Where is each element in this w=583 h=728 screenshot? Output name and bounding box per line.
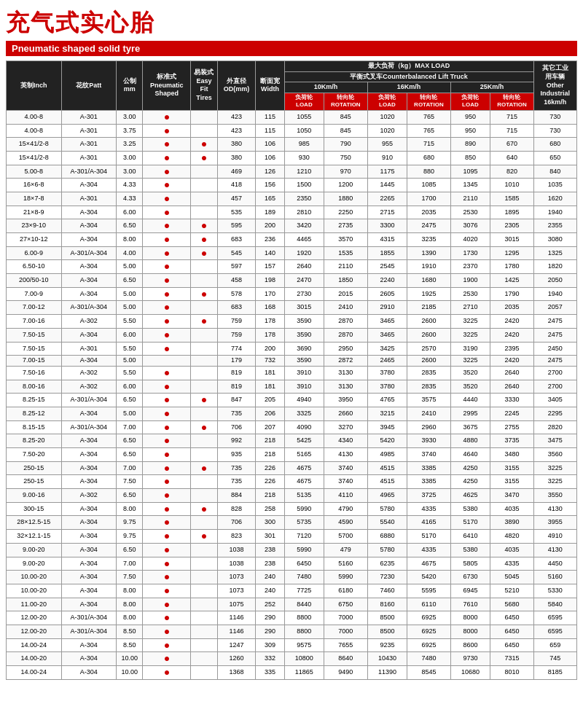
cell-pneumatic: ● xyxy=(143,434,191,448)
cell-load3: 1900 xyxy=(450,274,490,288)
cell-od: 1146 xyxy=(217,625,256,638)
cell-inch: 4.00-8 xyxy=(7,124,62,138)
cell-load3: 4625 xyxy=(450,489,490,503)
cell-rot1: 2870 xyxy=(324,328,367,342)
cell-mm: 9.75 xyxy=(117,516,143,530)
table-row: 14.00-24A-30410.00●136833511865949011390… xyxy=(7,666,577,680)
dot-icon: ● xyxy=(164,503,170,514)
cell-load2: 3215 xyxy=(367,407,407,420)
cell-easy: ● xyxy=(191,461,217,475)
cell-load1: 2350 xyxy=(284,192,324,206)
cell-pneumatic: ● xyxy=(143,219,191,233)
table-body: 4.00-8A-3013.00●423115105584510207659507… xyxy=(7,110,577,679)
cell-width: 140 xyxy=(256,246,284,260)
cell-inch: 8.25-20 xyxy=(7,434,62,448)
dot-icon: ● xyxy=(164,489,170,501)
cell-patt: A-301 xyxy=(61,110,117,124)
dot-icon: ● xyxy=(164,571,170,582)
cell-load3: 890 xyxy=(450,138,490,152)
dot-icon: ● xyxy=(164,329,170,340)
cell-rot1: 7655 xyxy=(324,638,367,652)
cell-other: 2820 xyxy=(533,420,576,434)
cell-rot2: 1925 xyxy=(407,287,450,301)
cell-mm: 9.75 xyxy=(117,530,143,544)
cell-rot2: 4165 xyxy=(407,516,450,530)
cell-easy: ● xyxy=(191,315,217,329)
dot-icon: ● xyxy=(164,584,170,596)
cell-easy: ● xyxy=(191,246,217,260)
cell-load3: 2530 xyxy=(450,206,490,219)
cell-pneumatic: ● xyxy=(143,489,191,503)
cell-width: 178 xyxy=(256,328,284,342)
table-row: 250-15A-3047.50●735226467537404515338542… xyxy=(7,475,577,489)
cell-od: 759 xyxy=(217,328,256,342)
cell-rot1: 5700 xyxy=(324,530,367,544)
cell-load3: 4880 xyxy=(450,434,490,448)
cell-other: 1035 xyxy=(533,179,576,192)
cell-other: 1620 xyxy=(533,192,576,206)
cell-od: 469 xyxy=(217,165,256,179)
cell-easy xyxy=(191,611,217,625)
cell-pneumatic: ● xyxy=(143,598,191,611)
table-row: 10.00-20A-3048.00●1073240772561807460559… xyxy=(7,584,577,598)
header-width: 断面宽Width xyxy=(256,61,284,111)
cell-easy: ● xyxy=(191,502,217,516)
cell-load1: 4465 xyxy=(284,233,324,247)
cell-inch: 21×8-9 xyxy=(7,206,62,219)
cell-easy: ● xyxy=(191,219,217,233)
cell-load3: 3225 xyxy=(450,356,490,367)
dot-icon: ● xyxy=(164,138,170,149)
dot-icon: ● xyxy=(164,666,170,678)
cell-easy xyxy=(191,475,217,489)
dot-icon: ● xyxy=(201,138,207,149)
cell-rot3: 3480 xyxy=(490,448,533,462)
cell-mm: 6.50 xyxy=(117,489,143,503)
cell-patt: A-304 xyxy=(61,274,117,288)
cell-load1: 1050 xyxy=(284,124,324,138)
cell-pneumatic: ● xyxy=(143,246,191,260)
cell-rot2: 3385 xyxy=(407,461,450,475)
header-other: 其它工业用车辆OtherIndustrial16km/h xyxy=(533,61,576,111)
cell-other: 5840 xyxy=(533,598,576,611)
cell-rot3: 4820 xyxy=(490,530,533,544)
dot-icon: ● xyxy=(164,448,170,460)
cell-load3: 3076 xyxy=(450,219,490,233)
cell-rot1: 750 xyxy=(324,151,367,165)
cell-mm: 6.50 xyxy=(117,219,143,233)
cell-load2: 6235 xyxy=(367,557,407,571)
cell-rot3: 6450 xyxy=(490,625,533,638)
cell-patt: A-304 xyxy=(61,260,117,274)
cell-load2: 3300 xyxy=(367,219,407,233)
cell-load3: 4020 xyxy=(450,233,490,247)
dot-icon: ● xyxy=(201,503,207,514)
cell-mm: 3.00 xyxy=(117,151,143,165)
cell-inch: 8.15-15 xyxy=(7,420,62,434)
cell-rot3: 1895 xyxy=(490,206,533,219)
cell-rot2: 680 xyxy=(407,151,450,165)
cell-patt: A-301/A-304 xyxy=(61,165,117,179)
table-row: 5.00-8A-301/A-3043.00●469126121097011758… xyxy=(7,165,577,179)
cell-od: 735 xyxy=(217,461,256,475)
table-row: 21×8-9A-3046.00●535189281022502715203525… xyxy=(7,206,577,219)
cell-rot3: 2035 xyxy=(490,301,533,315)
cell-inch: 7.50-20 xyxy=(7,448,62,462)
cell-load1: 2810 xyxy=(284,206,324,219)
cell-other: 2700 xyxy=(533,380,576,394)
dot-icon: ● xyxy=(164,544,170,555)
dot-icon: ● xyxy=(164,557,170,569)
dot-icon: ● xyxy=(164,219,170,231)
cell-rot2: 5170 xyxy=(407,530,450,544)
cell-inch: 14.00-24 xyxy=(7,666,62,680)
cell-od: 735 xyxy=(217,407,256,420)
cell-load1: 1920 xyxy=(284,246,324,260)
cell-easy xyxy=(191,516,217,530)
cell-width: 240 xyxy=(256,584,284,598)
cell-od: 418 xyxy=(217,179,256,192)
cell-patt: A-304 xyxy=(61,206,117,219)
cell-load1: 8800 xyxy=(284,625,324,638)
cell-rot1: 4340 xyxy=(324,434,367,448)
table-row: 4.00-8A-3013.75●423115105084510207659507… xyxy=(7,124,577,138)
cell-pneumatic: ● xyxy=(143,301,191,315)
cell-other: 2050 xyxy=(533,274,576,288)
cell-mm: 6.00 xyxy=(117,328,143,342)
